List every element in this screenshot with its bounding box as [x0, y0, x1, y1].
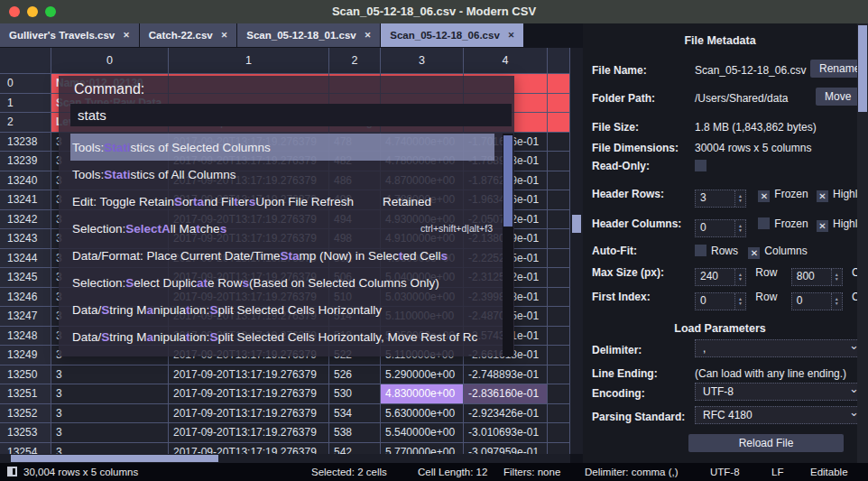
cell[interactable]: 5.540000e+00	[381, 423, 464, 443]
cell[interactable]	[548, 365, 570, 385]
row-header[interactable]: 13253	[0, 423, 51, 443]
cell[interactable]: 538	[329, 423, 381, 443]
header-columns-highlighted-checkbox[interactable]: ✕	[817, 220, 828, 232]
reload-file-button[interactable]: Reload File	[688, 434, 844, 452]
command-item[interactable]: Data/String Manipulation: Split Selected…	[70, 296, 494, 323]
column-header[interactable]: 3	[381, 48, 464, 74]
row-header[interactable]: 13246	[0, 288, 51, 308]
auto-fit-rows-checkbox[interactable]	[695, 245, 706, 256]
cell[interactable]: 5.290000e+00	[381, 365, 464, 385]
command-list-scrollbar-thumb[interactable]	[503, 135, 512, 227]
cell[interactable]: 5.630000e+00	[381, 404, 464, 424]
column-header[interactable]: 1	[169, 48, 329, 74]
row-header[interactable]: 13250	[0, 365, 51, 385]
panel-scrollbar-thumb[interactable]	[858, 25, 867, 112]
tab-Scan_05-12-18_01.csv[interactable]: Scan_05-12-18_01.csv✕	[237, 23, 380, 47]
vertical-scrollbar[interactable]	[570, 48, 583, 454]
encoding-select[interactable]: UTF-8⌄	[695, 383, 864, 401]
cell[interactable]	[548, 384, 570, 404]
cell[interactable]: 3	[51, 404, 169, 424]
read-only-checkbox[interactable]	[695, 160, 706, 171]
cell[interactable]: 3	[51, 443, 169, 455]
cell[interactable]	[548, 152, 570, 171]
close-icon[interactable]: ✕	[365, 31, 372, 40]
parsing-standard-select[interactable]: RFC 4180⌄	[695, 406, 864, 424]
cell[interactable]: 2017-09-20T13:17:19.276379	[169, 384, 329, 404]
command-item[interactable]: Tools: Statistics of All Columns	[70, 161, 494, 188]
row-header[interactable]: 2	[0, 113, 51, 133]
command-item[interactable]: Selection: Select All Matchesctrl+shift+…	[70, 215, 494, 242]
cell[interactable]: -2.836160e-01	[464, 384, 548, 404]
row-header[interactable]: 13243	[0, 229, 51, 249]
command-item[interactable]: Data/String Manipulation: Split Selected…	[70, 323, 494, 350]
cell[interactable]: 2017-09-20T13:17:19.276379	[169, 423, 329, 443]
cell[interactable]: 2017-09-20T13:17:19.276379	[169, 365, 329, 385]
column-header[interactable]: 2	[329, 48, 381, 74]
corner-cell[interactable]	[0, 48, 51, 74]
horizontal-scrollbar[interactable]	[0, 454, 570, 463]
column-header[interactable]: 4	[464, 48, 548, 74]
row-header[interactable]: 13244	[0, 249, 51, 269]
header-columns-frozen-checkbox[interactable]	[758, 217, 770, 229]
cell[interactable]: 5.770000e+00	[381, 443, 464, 455]
cell[interactable]	[548, 229, 570, 249]
cell[interactable]	[548, 288, 570, 308]
cell[interactable]	[548, 133, 570, 153]
cell[interactable]: -3.010693e-01	[464, 423, 548, 443]
cell[interactable]	[548, 171, 570, 191]
row-header[interactable]: 13245	[0, 268, 51, 288]
cell[interactable]	[548, 210, 570, 230]
row-header[interactable]: 13238	[0, 133, 51, 153]
command-item[interactable]: Data/Format: Place Current Date/Time Sta…	[70, 242, 494, 269]
cell[interactable]	[548, 113, 570, 133]
command-list-scrollbar[interactable]	[503, 134, 513, 356]
cell[interactable]: 542	[329, 443, 381, 455]
header-rows-stepper[interactable]: 3▲▼	[695, 190, 746, 208]
row-header[interactable]: 13240	[0, 171, 51, 191]
max-column-size-stepper[interactable]: 800▲▼	[791, 268, 843, 286]
cell[interactable]: 530	[329, 384, 381, 404]
cell[interactable]: 3	[51, 365, 169, 385]
row-header[interactable]: 13249	[0, 346, 51, 365]
cell[interactable]	[548, 307, 570, 327]
cell[interactable]	[548, 346, 570, 365]
command-item[interactable]: Edit: Toggle Retain Sort and Filters Upo…	[70, 188, 494, 215]
close-icon[interactable]: ✕	[508, 31, 515, 40]
command-input[interactable]	[70, 104, 512, 126]
auto-fit-columns-checkbox[interactable]: ✕	[748, 247, 760, 259]
cell[interactable]: 2017-09-20T13:17:19.276379	[169, 443, 329, 455]
first-row-index-stepper[interactable]: 0▲▼	[695, 292, 746, 310]
horizontal-scrollbar-thumb[interactable]	[11, 455, 218, 462]
column-header[interactable]	[548, 48, 570, 74]
panel-scrollbar[interactable]	[857, 23, 868, 463]
row-header[interactable]: 13254	[0, 443, 51, 455]
row-header[interactable]: 13242	[0, 210, 51, 230]
status-encoding[interactable]: UTF-8	[710, 463, 740, 481]
cell[interactable]	[548, 423, 570, 443]
row-header[interactable]: 13239	[0, 152, 51, 171]
cell[interactable]: 2017-09-20T13:17:19.276379	[169, 404, 329, 424]
command-item[interactable]: Tools: Statistics of Selected Columns	[70, 134, 494, 161]
header-rows-highlighted-checkbox[interactable]: ✕	[817, 190, 828, 202]
move-button[interactable]: Move	[816, 88, 860, 106]
row-header[interactable]: 13248	[0, 327, 51, 347]
command-item[interactable]: Selection: Select Duplicate Rows (Based …	[70, 269, 494, 296]
first-column-index-stepper[interactable]: 0▲▼	[791, 292, 843, 310]
cell[interactable]	[548, 443, 570, 455]
cell[interactable]: 526	[329, 365, 381, 385]
cell[interactable]: -3.097959e-01	[464, 443, 548, 455]
cell[interactable]: -2.923426e-01	[464, 404, 548, 424]
status-delimiter[interactable]: Delimiter: comma (,)	[585, 463, 679, 481]
column-header[interactable]: 0	[51, 48, 169, 74]
tab-Gulliver's Travels.csv[interactable]: Gulliver's Travels.csv✕	[0, 23, 139, 47]
tab-Catch-22.csv[interactable]: Catch-22.csv✕	[140, 23, 237, 47]
cell[interactable]	[548, 74, 570, 94]
cell[interactable]: -2.748893e-01	[464, 365, 548, 385]
cell[interactable]	[548, 94, 570, 114]
cell[interactable]	[548, 268, 570, 288]
header-rows-frozen-checkbox[interactable]: ✕	[758, 190, 770, 202]
cell[interactable]: 3	[51, 384, 169, 404]
row-header[interactable]: 1	[0, 94, 51, 114]
cell[interactable]: 4.830000e+00	[381, 384, 464, 404]
row-header[interactable]: 0	[0, 74, 51, 94]
